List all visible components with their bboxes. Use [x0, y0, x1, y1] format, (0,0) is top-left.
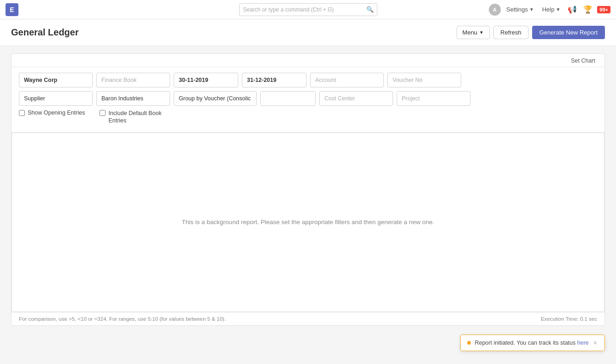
include-default-book-checkbox[interactable] [100, 110, 106, 116]
page-title: General Ledger [11, 27, 79, 38]
empty-filter-input[interactable] [260, 91, 316, 106]
show-opening-entries-label[interactable]: Show Opening Entries [19, 110, 85, 116]
set-chart-row: Set Chart [12, 54, 604, 67]
filter-row-2 [19, 91, 597, 106]
project-input[interactable] [397, 91, 470, 106]
page-actions: Menu ▼ Refresh Generate New Report [457, 26, 605, 39]
search-input[interactable] [239, 3, 377, 16]
party-name-input[interactable] [96, 91, 170, 106]
announcements-icon[interactable]: 📢 [566, 3, 579, 16]
set-chart-button[interactable]: Set Chart [569, 57, 597, 65]
navbar-right: A Settings ▼ Help ▼ 📢 🏆 99+ [489, 3, 610, 16]
from-date-input[interactable] [174, 73, 238, 87]
page-header: General Ledger Menu ▼ Refresh Generate N… [0, 19, 616, 46]
help-button[interactable]: Help ▼ [540, 4, 563, 15]
report-area: This is a background report. Please set … [12, 133, 604, 312]
menu-chevron-icon: ▼ [479, 30, 484, 35]
achievements-icon[interactable]: 🏆 [581, 3, 594, 16]
avatar: A [489, 4, 501, 16]
settings-button[interactable]: Settings ▼ [504, 4, 537, 15]
footer-hint: For comparison, use >5, <10 or =324. For… [19, 316, 226, 322]
notification-badge[interactable]: 99+ [597, 6, 610, 13]
filter-row-1 [19, 73, 597, 87]
include-default-book-label[interactable]: Include Default Book Entries [100, 110, 161, 125]
finance-book-input[interactable] [96, 73, 170, 87]
main-content: Set Chart [0, 46, 616, 333]
help-chevron-icon: ▼ [556, 7, 560, 12]
party-type-input[interactable] [19, 91, 93, 106]
menu-button[interactable]: Menu ▼ [457, 26, 490, 39]
settings-chevron-icon: ▼ [529, 7, 534, 12]
search-icon: 🔍 [366, 6, 374, 13]
report-wrapper: Set Chart [11, 53, 605, 326]
generate-report-button[interactable]: Generate New Report [532, 26, 605, 39]
group-by-input[interactable] [174, 91, 257, 106]
report-footer: For comparison, use >5, <10 or =324. For… [12, 312, 604, 325]
to-date-input[interactable] [242, 73, 306, 87]
voucher-no-input[interactable] [387, 73, 461, 87]
footer-execution-time: Execution Time: 0.1 sec [541, 316, 597, 322]
search-bar: 🔍 [239, 3, 377, 16]
filter-check-row: Show Opening Entries Include Default Boo… [19, 110, 597, 125]
refresh-button[interactable]: Refresh [493, 26, 528, 39]
account-input[interactable] [310, 73, 384, 87]
filter-card: Show Opening Entries Include Default Boo… [12, 67, 604, 133]
app-logo: E [6, 3, 18, 16]
navbar: E 🔍 A Settings ▼ Help ▼ 📢 🏆 99+ [0, 0, 616, 19]
company-input[interactable] [19, 73, 93, 87]
show-opening-entries-checkbox[interactable] [19, 110, 25, 116]
cost-center-input[interactable] [319, 91, 393, 106]
report-placeholder-text: This is a background report. Please set … [182, 219, 434, 225]
